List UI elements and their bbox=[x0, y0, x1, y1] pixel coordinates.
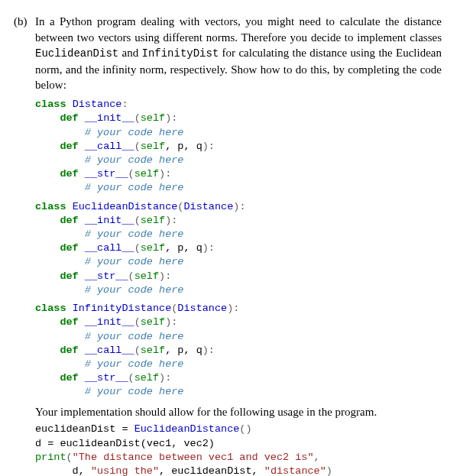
fn-call: __call__ bbox=[85, 242, 134, 254]
kw-self: self bbox=[141, 242, 165, 254]
intro-paragraph: In a Python program dealing with vectors… bbox=[35, 14, 442, 93]
string-literal: "using the" bbox=[91, 465, 159, 476]
paren-open: ( bbox=[134, 242, 141, 254]
paren-open: ( bbox=[128, 168, 134, 180]
paren-close: ): bbox=[227, 303, 239, 314]
kw-def: def bbox=[60, 215, 78, 226]
kw-class: class bbox=[35, 201, 66, 212]
paren-close: ): bbox=[233, 201, 245, 212]
fn-call: __call__ bbox=[85, 141, 134, 152]
paren-open: ( bbox=[66, 452, 73, 463]
intro-text-mid: and bbox=[118, 47, 141, 59]
kw-self: self bbox=[141, 215, 165, 226]
kw-def: def bbox=[60, 316, 78, 328]
kw-self: self bbox=[134, 168, 159, 180]
kw-self: self bbox=[141, 112, 165, 124]
fn-str: __str__ bbox=[85, 270, 128, 282]
comment: # your code here bbox=[85, 386, 184, 397]
paren-open: ( bbox=[128, 372, 134, 384]
code-block-distance: class Distance: def __init__(self): # yo… bbox=[35, 98, 442, 196]
kw-self: self bbox=[134, 372, 159, 384]
paren-open: ( bbox=[134, 112, 141, 124]
paren-open: ( bbox=[134, 316, 141, 328]
usage-l1-class: EuclideanDistance bbox=[134, 423, 240, 435]
paren-close: ): bbox=[202, 345, 215, 356]
kw-def: def bbox=[60, 112, 78, 124]
kw-def: def bbox=[60, 372, 78, 384]
subpart-label: (b) bbox=[14, 14, 35, 30]
paren-close: ): bbox=[159, 168, 171, 180]
kw-def: def bbox=[60, 141, 78, 152]
usage-l1a: euclideanDist = bbox=[35, 423, 134, 435]
baseclass-distance: Distance bbox=[177, 303, 227, 314]
code-block-usage: euclideanDist = EuclideanDistance() d = … bbox=[35, 423, 442, 476]
kw-def: def bbox=[60, 168, 78, 180]
args-pq: , p, q bbox=[165, 345, 202, 356]
problem-body: In a Python program dealing with vectors… bbox=[35, 14, 442, 476]
string-literal: "distance" bbox=[264, 465, 326, 476]
usage-l1-parens: () bbox=[239, 423, 251, 435]
fn-init: __init__ bbox=[85, 316, 134, 328]
paren-close: ): bbox=[165, 316, 177, 328]
class-euclidean-tt: EuclideanDist bbox=[35, 47, 118, 60]
middle-paragraph: Your implementation should allow for the… bbox=[35, 404, 442, 420]
kw-def: def bbox=[60, 345, 78, 356]
classname-distance: Distance bbox=[73, 99, 122, 110]
colon: : bbox=[121, 99, 128, 110]
class-infinity-tt: InfinityDist bbox=[141, 47, 219, 60]
comment: # your code here bbox=[85, 284, 184, 296]
usage-l4-d: d, bbox=[73, 465, 91, 476]
problem-b: (b) In a Python program dealing with vec… bbox=[14, 14, 442, 476]
paren-close: ): bbox=[165, 112, 177, 124]
fn-call: __call__ bbox=[85, 345, 134, 356]
comment: # your code here bbox=[85, 358, 184, 370]
args-pq: , p, q bbox=[165, 141, 202, 152]
args-pq: , p, q bbox=[165, 242, 202, 254]
paren-close: ): bbox=[159, 372, 171, 384]
comma: , bbox=[314, 452, 320, 463]
comment: # your code here bbox=[85, 331, 184, 342]
paren-close: ): bbox=[159, 270, 171, 282]
paren-close: ): bbox=[202, 141, 215, 152]
intro-text-1: In a Python program dealing with vectors… bbox=[35, 15, 442, 44]
usage-l2: d = euclideanDist(vec1, vec2) bbox=[35, 438, 215, 449]
kw-def: def bbox=[60, 270, 78, 282]
builtin-print: print bbox=[35, 452, 66, 463]
kw-class: class bbox=[35, 303, 66, 314]
kw-class: class bbox=[35, 99, 66, 110]
string-literal: "The distance between vec1 and vec2 is" bbox=[73, 452, 314, 463]
kw-self: self bbox=[141, 316, 165, 328]
kw-self: self bbox=[141, 345, 165, 356]
baseclass-distance: Distance bbox=[183, 201, 233, 212]
fn-init: __init__ bbox=[85, 215, 134, 226]
paren-open: ( bbox=[134, 215, 141, 226]
code-block-infinity: class InfinityDistance(Distance): def __… bbox=[35, 302, 442, 400]
paren-close: ): bbox=[165, 215, 177, 226]
fn-str: __str__ bbox=[85, 372, 128, 384]
classname-euclidean: EuclideanDistance bbox=[73, 201, 178, 212]
classname-infinity: InfinityDistance bbox=[73, 303, 172, 314]
kw-self: self bbox=[134, 270, 159, 282]
paren-open: ( bbox=[134, 141, 141, 152]
kw-def: def bbox=[60, 242, 78, 254]
comment: # your code here bbox=[85, 228, 184, 240]
code-block-euclidean: class EuclideanDistance(Distance): def _… bbox=[35, 200, 442, 298]
kw-self: self bbox=[141, 141, 165, 152]
comment: # your code here bbox=[85, 256, 184, 267]
comment: # your code here bbox=[85, 182, 184, 193]
paren-close: ) bbox=[326, 465, 332, 476]
paren-close: ): bbox=[202, 242, 215, 254]
fn-init: __init__ bbox=[85, 112, 134, 124]
comment: # your code here bbox=[85, 127, 184, 138]
indent bbox=[35, 465, 73, 476]
paren-open: ( bbox=[134, 345, 141, 356]
paren-open: ( bbox=[128, 270, 134, 282]
comment: # your code here bbox=[85, 154, 184, 166]
fn-str: __str__ bbox=[85, 168, 128, 180]
usage-l4-mid: , euclideanDist, bbox=[159, 465, 264, 476]
